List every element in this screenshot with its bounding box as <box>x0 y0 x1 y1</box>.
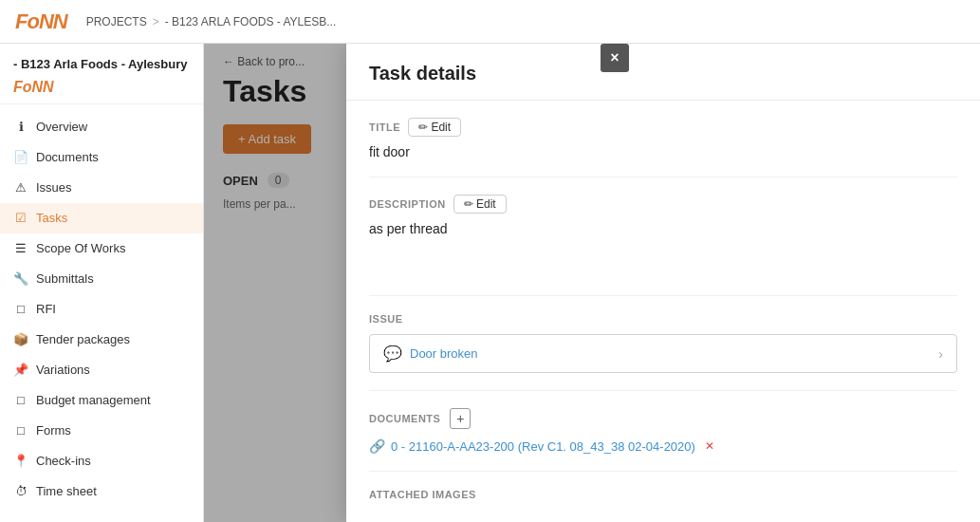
issues-icon: ⚠ <box>13 180 28 196</box>
sidebar-item-issues[interactable]: ⚠ Issues <box>0 173 203 203</box>
breadcrumb-separator: > <box>153 15 159 28</box>
rfi-icon: □ <box>13 302 28 317</box>
documents-header: DOCUMENTS + <box>369 408 957 429</box>
main-layout: - B123 Arla Foods - Aylesbury FoNN ℹ Ove… <box>0 44 980 522</box>
description-edit-button[interactable]: ✏ Edit <box>453 195 507 214</box>
sidebar-nav: ℹ Overview 📄 Documents ⚠ Issues ☑ Tasks … <box>0 104 203 522</box>
sidebar-item-variations[interactable]: 📌 Variations <box>0 355 203 385</box>
sidebar-item-label: Documents <box>36 150 99 164</box>
modal-header: Task details <box>346 44 980 101</box>
fonn-logo: FoNN <box>15 9 67 34</box>
sidebar-item-submittals[interactable]: 🔧 Submittals <box>0 264 203 294</box>
variations-icon: 📌 <box>13 363 28 378</box>
issue-section: ISSUE 💬 Door broken › <box>369 296 957 391</box>
link-icon: 🔗 <box>369 438 385 454</box>
sidebar-item-label: Forms <box>36 423 71 438</box>
sidebar: - B123 Arla Foods - Aylesbury FoNN ℹ Ove… <box>0 44 204 522</box>
attached-images-section: ATTACHED IMAGES <box>369 472 957 517</box>
issue-link[interactable]: 💬 Door broken › <box>369 334 957 373</box>
breadcrumb: PROJECTS > - B123 ARLA FOODS - AYLESB... <box>86 15 337 28</box>
sidebar-item-label: Tender packages <box>36 332 130 346</box>
breadcrumb-project[interactable]: - B123 ARLA FOODS - AYLESB... <box>165 15 337 28</box>
documents-section: DOCUMENTS + 🔗 0 - 21160-A-AA23-200 (Rev … <box>369 391 957 472</box>
topbar: FoNN PROJECTS > - B123 ARLA FOODS - AYLE… <box>0 0 980 44</box>
sidebar-fonn-logo: FoNN <box>13 79 190 96</box>
sidebar-item-tender-packages[interactable]: 📦 Tender packages <box>0 325 203 355</box>
project-name: - B123 Arla Foods - Aylesbury <box>13 57 190 73</box>
checkins-icon: 📍 <box>13 454 28 469</box>
sidebar-item-documents[interactable]: 📄 Documents <box>0 142 203 173</box>
sidebar-item-overview[interactable]: ℹ Overview <box>0 112 203 142</box>
title-edit-button[interactable]: ✏ Edit <box>408 118 461 137</box>
modal-body: TITLE ✏ Edit fit door DESCRIPTION ✏ Edit… <box>346 101 980 522</box>
sidebar-item-budget-management[interactable]: □ Budget management <box>0 385 203 416</box>
title-section: TITLE ✏ Edit fit door <box>369 101 957 177</box>
sidebar-item-label: Submittals <box>36 271 94 286</box>
forms-icon: □ <box>13 423 28 438</box>
sidebar-item-label: Check-ins <box>36 454 91 468</box>
comment-icon: 💬 <box>383 345 402 363</box>
doc-item-name[interactable]: 0 - 21160-A-AA23-200 (Rev C1. 08_43_38 0… <box>391 439 695 454</box>
description-value: as per thread <box>369 221 957 278</box>
document-item: 🔗 0 - 21160-A-AA23-200 (Rev C1. 08_43_38… <box>369 438 957 454</box>
submittals-icon: 🔧 <box>13 271 28 287</box>
info-icon: ℹ <box>13 120 28 135</box>
sidebar-item-label: Scope Of Works <box>36 241 125 255</box>
budget-icon: □ <box>13 393 28 408</box>
sidebar-item-check-ins[interactable]: 📍 Check-ins <box>0 446 203 476</box>
timesheet-icon: ⏱ <box>13 484 28 499</box>
task-details-modal: Task details TITLE ✏ Edit fit door DESCR… <box>346 44 980 522</box>
scope-icon: ☰ <box>13 241 28 256</box>
sidebar-item-tasks[interactable]: ☑ Tasks <box>0 203 203 233</box>
documents-icon: 📄 <box>13 150 28 165</box>
sidebar-item-label: Issues <box>36 180 72 195</box>
sidebar-project: - B123 Arla Foods - Aylesbury FoNN <box>0 44 203 104</box>
modal-title: Task details <box>369 63 476 84</box>
issue-link-inner: 💬 Door broken <box>383 345 478 363</box>
sidebar-item-rfi[interactable]: □ RFI <box>0 294 203 325</box>
sidebar-item-label: RFI <box>36 302 56 316</box>
sidebar-item-time-sheet[interactable]: ⏱ Time sheet <box>0 476 203 507</box>
sidebar-item-label: Time sheet <box>36 484 97 498</box>
remove-document-button[interactable]: ✕ <box>705 439 714 453</box>
tender-icon: 📦 <box>13 332 28 347</box>
close-button[interactable]: × <box>601 44 629 72</box>
title-label: TITLE ✏ Edit <box>369 118 957 137</box>
sidebar-item-label: Tasks <box>36 211 67 225</box>
description-section: DESCRIPTION ✏ Edit as per thread <box>369 177 957 296</box>
documents-label: DOCUMENTS <box>369 413 440 424</box>
tasks-icon: ☑ <box>13 211 28 226</box>
sidebar-item-label: Overview <box>36 120 87 134</box>
breadcrumb-projects[interactable]: PROJECTS <box>86 15 147 28</box>
title-value: fit door <box>369 144 957 159</box>
sidebar-item-label: Variations <box>36 363 90 377</box>
sidebar-item-label: Budget management <box>36 393 151 407</box>
content-area: ← Back to pro... Tasks + Add task OPEN 0… <box>204 44 980 522</box>
sidebar-item-forms[interactable]: □ Forms <box>0 416 203 446</box>
sidebar-item-scope-of-works[interactable]: ☰ Scope Of Works <box>0 233 203 264</box>
issue-label: ISSUE <box>369 313 957 325</box>
attached-images-label: ATTACHED IMAGES <box>369 489 957 500</box>
chevron-right-icon: › <box>938 346 943 362</box>
description-label: DESCRIPTION ✏ Edit <box>369 195 957 214</box>
issue-link-text: Door broken <box>410 346 478 361</box>
add-document-button[interactable]: + <box>450 408 471 429</box>
